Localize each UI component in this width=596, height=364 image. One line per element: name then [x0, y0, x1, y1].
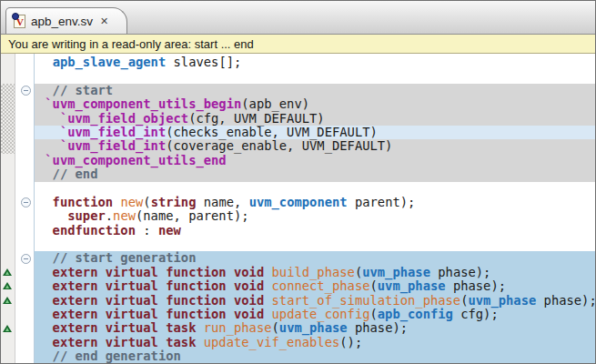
code-token: (checks_enable, UVM_DEFAULT) — [166, 125, 378, 139]
code-token: // start — [37, 83, 113, 97]
code-line[interactable]: `uvm_field_object(cfg, UVM_DEFAULT) — [35, 112, 595, 126]
code-token — [264, 278, 271, 293]
code-line[interactable]: // end — [35, 167, 595, 181]
code-token: ( — [370, 278, 378, 293]
code-token: run_phase — [204, 320, 272, 335]
fold-collapse-icon[interactable] — [21, 86, 31, 96]
code-token: `uvm_field_int — [37, 138, 166, 153]
code-token: new — [158, 223, 181, 238]
code-line[interactable]: super.new(name, parent); — [35, 209, 595, 223]
code-token: (coverage_enable, UVM_DEFAULT) — [166, 138, 392, 153]
code-line[interactable]: extern virtual function void build_phase… — [35, 266, 595, 279]
code-token: phase); — [536, 293, 595, 308]
code-token: build_phase — [272, 265, 355, 279]
tab-apb-env[interactable]: V apb_env.sv ✕ — [5, 7, 127, 34]
tab-title: apb_env.sv — [31, 15, 93, 28]
code-token: uvm_phase — [469, 293, 537, 308]
code-line[interactable] — [35, 69, 595, 83]
editor-area: apb_slave_agent slaves[]; // start `uvm_… — [1, 54, 595, 363]
code-token: super — [37, 208, 106, 223]
code-token: ( — [272, 320, 279, 335]
generated-code-marker-inner — [5, 271, 9, 275]
folding-ruler — [15, 54, 35, 363]
code-token — [37, 55, 53, 69]
code-token: apb_slave_agent — [53, 55, 167, 69]
code-token: // end generation — [37, 349, 181, 363]
code-token — [264, 265, 271, 279]
code-token: name, — [196, 195, 248, 209]
code-token: extern virtual function void — [37, 293, 264, 308]
tab-bar: V apb_env.sv ✕ — [1, 1, 595, 35]
readonly-warning-banner: You are writing in a read-only area: sta… — [1, 35, 595, 54]
code-token: extern virtual function void — [37, 278, 264, 293]
code-line[interactable]: endfunction : new — [35, 224, 595, 238]
code-token: update_config — [272, 307, 370, 321]
code-line[interactable]: `uvm_field_int(coverage_enable, UVM_DEFA… — [35, 139, 595, 153]
code-token: string — [151, 195, 197, 209]
code-line[interactable]: apb_slave_agent slaves[]; — [35, 56, 595, 69]
code-token: endfunction — [37, 223, 136, 238]
code-token: `uvm_field_object — [37, 111, 188, 126]
code-line[interactable]: // start — [35, 84, 595, 97]
code-token: extern virtual function void — [37, 265, 264, 279]
generated-code-marker-inner — [5, 285, 9, 288]
code-token: ( — [143, 195, 150, 209]
code-token: update_vif_enables — [204, 335, 340, 349]
code-token: ( — [370, 307, 378, 321]
fold-collapse-icon[interactable] — [21, 254, 31, 264]
code-token: uvm_phase — [362, 265, 430, 279]
code-line[interactable]: extern virtual task update_vif_enables()… — [35, 336, 595, 349]
code-token: : — [136, 223, 158, 238]
code-token: new — [120, 195, 143, 209]
code-token: (apb_env) — [241, 96, 309, 111]
code-line[interactable]: `uvm_field_int(checks_enable, UVM_DEFAUL… — [35, 126, 595, 139]
tab-close-icon[interactable]: ✕ — [100, 15, 108, 27]
code-token: slaves[]; — [166, 55, 241, 69]
code-token: function — [37, 195, 113, 209]
code-token — [196, 320, 203, 335]
code-line[interactable]: // end generation — [35, 349, 595, 363]
code-token: extern virtual task — [37, 335, 196, 349]
code-token: (name, parent); — [136, 208, 249, 223]
code-token: (); — [339, 335, 362, 349]
annotation-ruler — [1, 54, 15, 363]
code-area[interactable]: apb_slave_agent slaves[]; // start `uvm_… — [35, 54, 595, 363]
code-line[interactable]: extern virtual function void connect_pha… — [35, 279, 595, 293]
code-token: phase); — [446, 278, 506, 293]
readonly-warning-text: You are writing in a read-only area: sta… — [8, 37, 254, 51]
code-line[interactable]: `uvm_component_utils_begin(apb_env) — [35, 97, 595, 111]
code-line[interactable]: // start generation — [35, 251, 595, 265]
code-line[interactable]: extern virtual function void start_of_si… — [35, 294, 595, 308]
code-token: uvm_component — [249, 195, 348, 209]
code-token: ( — [355, 265, 362, 279]
code-line[interactable] — [35, 182, 595, 196]
code-token: parent); — [348, 195, 416, 209]
fold-collapse-icon[interactable] — [21, 197, 31, 207]
code-token: phase); — [430, 265, 490, 279]
code-token: phase); — [348, 320, 408, 335]
code-line[interactable]: extern virtual task run_phase(uvm_phase … — [35, 321, 595, 335]
code-token: uvm_phase — [279, 320, 348, 335]
editor-window: V apb_env.sv ✕ You are writing in a read… — [0, 0, 596, 364]
code-token: `uvm_field_int — [37, 125, 166, 139]
code-token: (cfg, UVM_DEFAULT) — [188, 111, 325, 126]
code-token: ( — [460, 293, 468, 308]
code-line[interactable]: `uvm_component_utils_end — [35, 154, 595, 167]
code-token: new — [113, 208, 136, 223]
code-token: // start generation — [37, 250, 196, 265]
code-token: cfg); — [453, 307, 499, 321]
file-icon-pin-dot — [12, 13, 19, 20]
generated-code-marker-inner — [5, 328, 9, 331]
code-token: `uvm_component_utils_end — [37, 153, 227, 167]
code-token — [264, 307, 271, 321]
code-line[interactable]: extern virtual function void update_conf… — [35, 308, 595, 321]
code-token: extern virtual function void — [37, 307, 264, 321]
generated-code-marker-inner — [5, 299, 9, 303]
code-line[interactable] — [35, 238, 595, 251]
code-line[interactable]: function new(string name, uvm_component … — [35, 196, 595, 209]
code-token — [264, 293, 271, 308]
code-token: connect_phase — [272, 278, 370, 293]
code-token: uvm_phase — [378, 278, 446, 293]
code-token: apb_config — [378, 307, 453, 321]
code-token: // end — [37, 167, 97, 181]
